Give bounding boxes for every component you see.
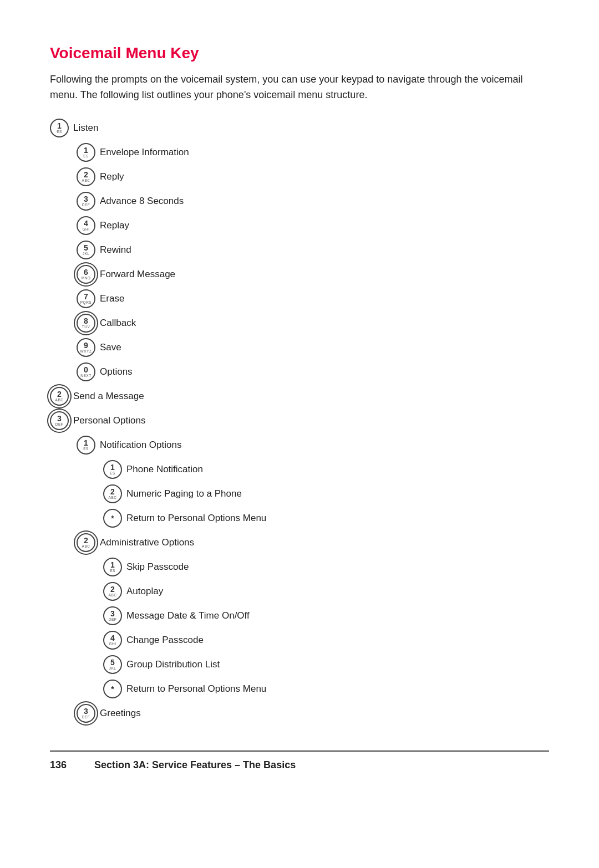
menu-item-label: Replay: [100, 220, 129, 231]
key-icon-1: 1ES: [77, 143, 95, 162]
menu-item-label: Administrative Options: [100, 537, 194, 548]
menu-item: 4GHIChange Passcode: [103, 631, 549, 650]
menu-item-label: Advance 8 Seconds: [100, 196, 184, 207]
menu-item-label: Notification Options: [100, 440, 181, 451]
footer-section-label: Section 3A: Service Features – The Basic…: [94, 759, 296, 771]
menu-item: 2ABCReply: [77, 167, 549, 186]
key-icon-1: 1ES: [77, 436, 95, 455]
menu-tree: 1ESListen1ESEnvelope Information2ABCRepl…: [50, 119, 549, 723]
key-icon-7: 7PQRS: [77, 289, 95, 308]
key-icon-*: *: [103, 680, 122, 698]
key-icon-3: 3DEF: [103, 606, 122, 625]
menu-item: 3DEFPersonal Options: [50, 411, 549, 430]
key-icon-5: 5JKL: [77, 241, 95, 259]
menu-item: 1ESNotification Options: [77, 436, 549, 455]
menu-item-label: Phone Notification: [126, 464, 203, 475]
menu-item: 2ABCAdministrative Options: [77, 533, 549, 552]
menu-item-label: Erase: [100, 293, 124, 304]
menu-item: 1ESEnvelope Information: [77, 143, 549, 162]
menu-item: 1ESPhone Notification: [103, 460, 549, 479]
key-icon-5: 5JKL: [103, 655, 122, 674]
menu-item: 5JKLGroup Distribution List: [103, 655, 549, 674]
menu-item-label: Send a Message: [73, 391, 144, 402]
menu-item: 2ABCAutoplay: [103, 582, 549, 601]
key-icon-9: 9WXYZ: [77, 338, 95, 357]
key-icon-0: 0NEXT: [77, 362, 95, 381]
key-icon-2: 2ABC: [50, 387, 69, 406]
menu-item-label: Change Passcode: [126, 635, 204, 646]
menu-item-label: Message Date & Time On/Off: [126, 610, 250, 621]
menu-item: 1ESSkip Passcode: [103, 558, 549, 576]
menu-item: 2ABCNumeric Paging to a Phone: [103, 484, 549, 503]
menu-item-label: Reply: [100, 171, 124, 182]
menu-item: 7PQRSErase: [77, 289, 549, 308]
menu-item: *Return to Personal Options Menu: [103, 680, 549, 698]
key-icon-2: 2ABC: [77, 167, 95, 186]
key-icon-1: 1ES: [103, 558, 122, 576]
menu-item-label: Callback: [100, 318, 136, 329]
menu-item-label: Envelope Information: [100, 147, 189, 158]
key-icon-3: 3DEF: [50, 411, 69, 430]
page-title: Voicemail Menu Key: [50, 44, 549, 62]
menu-item-label: Return to Personal Options Menu: [126, 683, 266, 695]
menu-item: 4GHIReplay: [77, 216, 549, 235]
menu-item-label: Options: [100, 366, 133, 377]
key-icon-4: 4GHI: [77, 216, 95, 235]
key-icon-2: 2ABC: [77, 533, 95, 552]
key-icon-2: 2ABC: [103, 582, 122, 601]
menu-item-label: Rewind: [100, 244, 131, 256]
key-icon-8: 8TUV: [77, 314, 95, 333]
menu-item: 3DEFGreetings: [77, 704, 549, 723]
menu-item-label: Greetings: [100, 708, 141, 719]
menu-item: *Return to Personal Options Menu: [103, 509, 549, 528]
footer: 136 Section 3A: Service Features – The B…: [50, 750, 549, 771]
menu-item: 2ABCSend a Message: [50, 387, 549, 406]
menu-item: 6MNOForward Message: [77, 265, 549, 284]
menu-item: 3DEFMessage Date & Time On/Off: [103, 606, 549, 625]
key-icon-4: 4GHI: [103, 631, 122, 650]
menu-item-label: Save: [100, 342, 121, 353]
footer-page-number: 136: [50, 759, 83, 771]
key-icon-*: *: [103, 509, 122, 528]
key-icon-3: 3DEF: [77, 704, 95, 723]
menu-item: 1ESListen: [50, 119, 549, 137]
menu-item-label: Personal Options: [73, 415, 145, 426]
key-icon-1: 1ES: [50, 119, 69, 137]
menu-item: 9WXYZSave: [77, 338, 549, 357]
menu-item-label: Forward Message: [100, 269, 175, 280]
menu-item: 3DEFAdvance 8 Seconds: [77, 192, 549, 211]
menu-item: 5JKLRewind: [77, 241, 549, 259]
menu-item-label: Listen: [73, 122, 98, 134]
menu-item-label: Return to Personal Options Menu: [126, 513, 266, 524]
menu-item: 0NEXTOptions: [77, 362, 549, 381]
menu-item-label: Autoplay: [126, 586, 163, 597]
key-icon-3: 3DEF: [77, 192, 95, 211]
key-icon-6: 6MNO: [77, 265, 95, 284]
key-icon-1: 1ES: [103, 460, 122, 479]
intro-text: Following the prompts on the voicemail s…: [50, 72, 549, 103]
menu-item: 8TUVCallback: [77, 314, 549, 333]
menu-item-label: Skip Passcode: [126, 561, 189, 573]
menu-item-label: Group Distribution List: [126, 659, 220, 670]
menu-item-label: Numeric Paging to a Phone: [126, 488, 242, 499]
key-icon-2: 2ABC: [103, 484, 122, 503]
